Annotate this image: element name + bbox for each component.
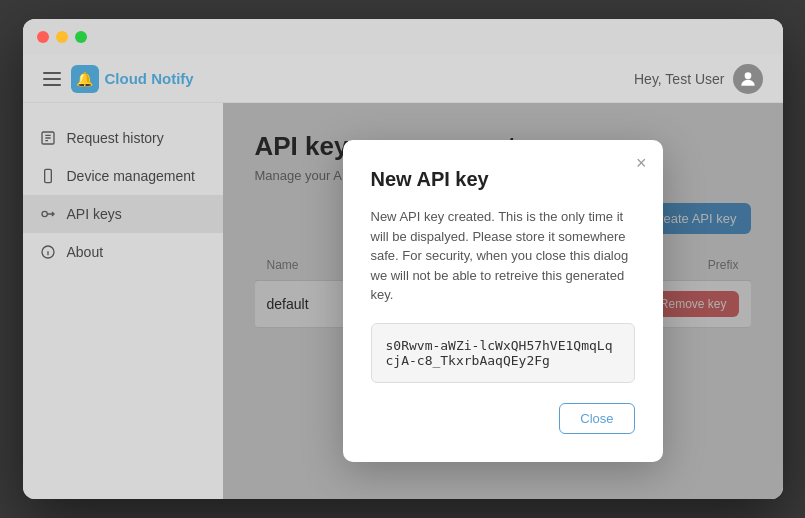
main-content: API key management Manage your API keys … [223, 103, 783, 499]
key-icon [39, 205, 57, 223]
sidebar-item-label: Request history [67, 130, 164, 146]
svg-point-7 [42, 211, 47, 216]
traffic-lights [37, 31, 87, 43]
user-avatar[interactable] [733, 64, 763, 94]
svg-point-0 [744, 72, 751, 79]
sidebar-item-request-history[interactable]: Request history [23, 119, 223, 157]
user-greeting: Hey, Test User [634, 71, 725, 87]
brand-name: Cloud Notify [105, 70, 194, 87]
app-window: 🔔 Cloud Notify Hey, Test User [23, 19, 783, 499]
info-icon [39, 243, 57, 261]
dialog-close-button[interactable]: × [636, 154, 647, 172]
brand: 🔔 Cloud Notify [71, 65, 194, 93]
sidebar-nav: Request history Device management API ke… [23, 119, 223, 271]
list-icon [39, 129, 57, 147]
sidebar-item-label: Device management [67, 168, 195, 184]
sidebar-item-api-keys[interactable]: API keys [23, 195, 223, 233]
api-key-display: s0Rwvm-aWZi-lcWxQH57hVE1QmqLqcjA-c8_Tkxr… [371, 323, 635, 383]
close-button[interactable] [37, 31, 49, 43]
brand-icon: 🔔 [71, 65, 99, 93]
app-topbar: 🔔 Cloud Notify Hey, Test User [23, 55, 783, 103]
svg-rect-5 [44, 169, 51, 182]
maximize-button[interactable] [75, 31, 87, 43]
device-icon [39, 167, 57, 185]
hamburger-menu-icon[interactable] [43, 72, 61, 86]
modal-overlay: × New API key New API key created. This … [223, 103, 783, 499]
topbar-left: 🔔 Cloud Notify [43, 65, 194, 93]
dialog-title: New API key [371, 168, 635, 191]
full-app: 🔔 Cloud Notify Hey, Test User [23, 55, 783, 499]
titlebar [23, 19, 783, 55]
sidebar-item-label: API keys [67, 206, 122, 222]
topbar-right: Hey, Test User [634, 64, 763, 94]
new-api-key-dialog: × New API key New API key created. This … [343, 140, 663, 462]
dialog-body: New API key created. This is the only ti… [371, 207, 635, 305]
sidebar-item-about[interactable]: About [23, 233, 223, 271]
dialog-footer: Close [371, 403, 635, 434]
sidebar-item-device-management[interactable]: Device management [23, 157, 223, 195]
content-area: Request history Device management API ke… [23, 103, 783, 499]
minimize-button[interactable] [56, 31, 68, 43]
sidebar-item-label: About [67, 244, 104, 260]
dialog-close-action-button[interactable]: Close [559, 403, 634, 434]
sidebar: Request history Device management API ke… [23, 103, 223, 499]
